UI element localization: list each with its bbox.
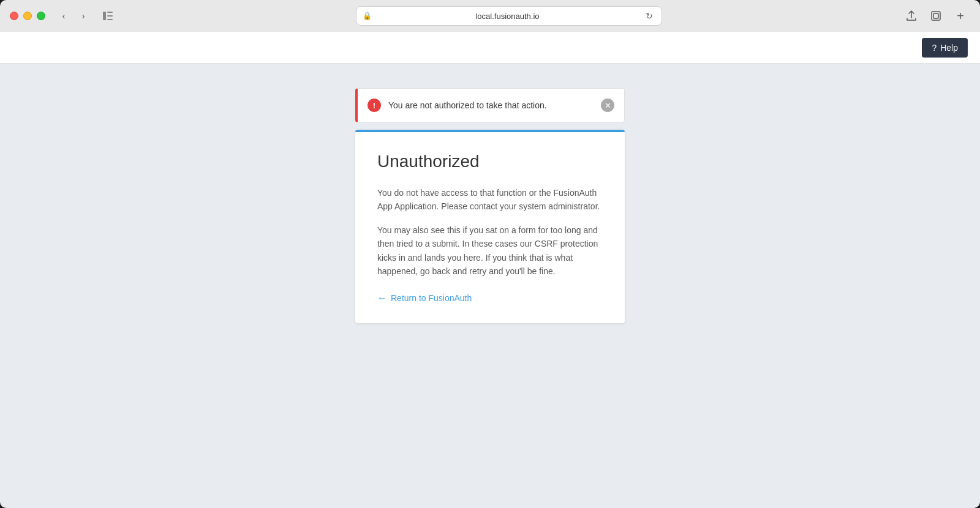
new-tab-button[interactable] bbox=[926, 6, 946, 26]
page-content: ! You are not authorized to take that ac… bbox=[0, 64, 980, 508]
app-topbar: ? Help bbox=[0, 32, 980, 64]
card-paragraph-1: You do not have access to that function … bbox=[377, 186, 603, 214]
return-link[interactable]: ← Return to FusionAuth bbox=[377, 293, 472, 304]
address-bar[interactable]: 🔒 local.fusionauth.io ↻ bbox=[356, 6, 662, 26]
forward-button[interactable]: › bbox=[75, 7, 92, 24]
card-body: You do not have access to that function … bbox=[377, 186, 603, 278]
main-card: Unauthorized You do not have access to t… bbox=[355, 130, 625, 323]
svg-rect-0 bbox=[103, 12, 106, 20]
reload-button[interactable]: ↻ bbox=[643, 10, 655, 22]
address-bar-container: 🔒 local.fusionauth.io ↻ bbox=[129, 6, 889, 26]
back-button[interactable]: ‹ bbox=[55, 7, 72, 24]
share-button[interactable] bbox=[902, 6, 921, 26]
svg-rect-3 bbox=[107, 19, 113, 20]
return-link-text: Return to FusionAuth bbox=[391, 293, 472, 303]
maximize-button[interactable] bbox=[37, 12, 45, 20]
close-button[interactable] bbox=[10, 12, 18, 20]
help-icon: ? bbox=[932, 43, 937, 53]
alert-text: You are not authorized to take that acti… bbox=[388, 99, 594, 112]
minimize-button[interactable] bbox=[23, 12, 32, 20]
svg-rect-5 bbox=[933, 13, 938, 18]
help-label: Help bbox=[940, 43, 958, 53]
traffic-lights bbox=[10, 12, 45, 20]
nav-buttons: ‹ › bbox=[55, 7, 92, 24]
alert-banner: ! You are not authorized to take that ac… bbox=[355, 88, 625, 122]
help-button[interactable]: ? Help bbox=[922, 38, 968, 58]
svg-rect-1 bbox=[107, 12, 113, 13]
card-paragraph-2: You may also see this if you sat on a fo… bbox=[377, 223, 603, 278]
svg-rect-4 bbox=[932, 12, 940, 20]
lock-icon: 🔒 bbox=[363, 12, 372, 20]
svg-rect-2 bbox=[107, 15, 113, 17]
url-text: local.fusionauth.io bbox=[375, 12, 639, 21]
alert-close-button[interactable]: ✕ bbox=[601, 99, 614, 112]
arrow-left-icon: ← bbox=[377, 293, 387, 304]
alert-error-icon: ! bbox=[368, 99, 381, 112]
browser-window: ‹ › 🔒 local.fusionauth.io ↻ bbox=[0, 0, 980, 508]
sidebar-toggle-button[interactable] bbox=[99, 7, 116, 24]
browser-titlebar: ‹ › 🔒 local.fusionauth.io ↻ bbox=[0, 0, 980, 32]
card-title: Unauthorized bbox=[377, 152, 603, 171]
browser-actions: + bbox=[902, 6, 970, 26]
add-tab-button[interactable]: + bbox=[951, 6, 970, 26]
